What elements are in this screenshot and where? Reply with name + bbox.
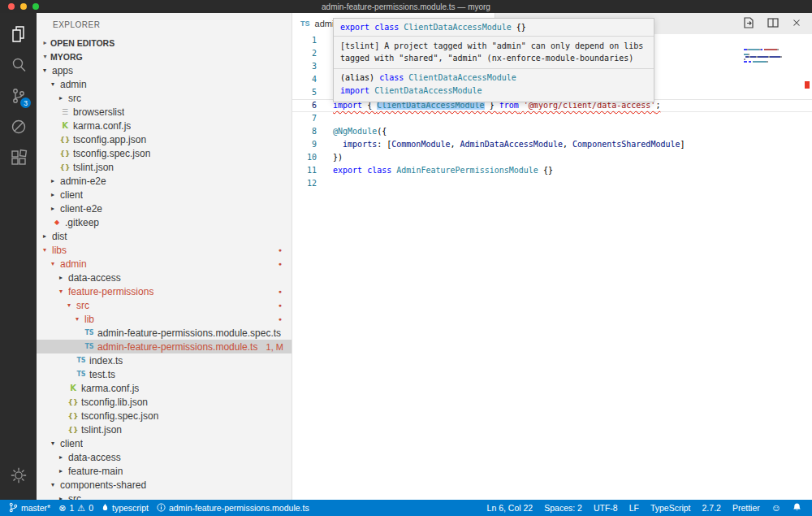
tree-file-browserslist[interactable]: ☰browserslist bbox=[37, 105, 292, 119]
modified-dot: ● bbox=[279, 316, 282, 322]
tree-folder-components-shared[interactable]: ▾components-shared bbox=[37, 478, 292, 492]
tree-folder-src[interactable]: ▾src● bbox=[37, 298, 292, 312]
tree-file-admin-feature-permissions.module.spec.ts[interactable]: TSadmin-feature-permissions.module.spec.… bbox=[37, 326, 292, 340]
tree-file-index.ts[interactable]: TSindex.ts bbox=[37, 353, 292, 367]
open-changes-icon[interactable] bbox=[742, 16, 755, 32]
notifications-button[interactable] bbox=[787, 502, 807, 514]
line-number[interactable]: 1 bbox=[292, 34, 330, 47]
minimap-line bbox=[744, 59, 801, 60]
tree-file-test.ts[interactable]: TStest.ts bbox=[37, 367, 292, 381]
eol-indicator[interactable]: LF bbox=[624, 503, 645, 513]
tree-file-tsconfig.spec.json[interactable]: {}tsconfig.spec.json bbox=[37, 409, 292, 423]
line-number[interactable]: 4 bbox=[292, 73, 330, 86]
code-line-10[interactable]: 10}) bbox=[292, 151, 812, 164]
code-token: ComponentsSharedModule bbox=[572, 140, 680, 149]
tree-folder-dist[interactable]: ▸dist bbox=[37, 229, 292, 243]
karma-file-icon: K bbox=[59, 121, 71, 130]
active-file-status[interactable]: admin-feature-permissions.module.ts bbox=[153, 500, 313, 516]
minimap-token bbox=[753, 61, 767, 63]
explorer-view-button[interactable] bbox=[0, 20, 37, 50]
split-editor-icon[interactable] bbox=[767, 16, 780, 32]
tree-folder-apps[interactable]: ▾apps bbox=[37, 63, 292, 77]
sidebar-title: EXPLORER bbox=[37, 13, 292, 36]
tree-file-tsconfig.app.json[interactable]: {}tsconfig.app.json bbox=[37, 132, 292, 146]
tree-item-label: feature-permissions bbox=[68, 286, 153, 297]
tree-folder-feature-permissions[interactable]: ▾feature-permissions● bbox=[37, 284, 292, 298]
minimap[interactable] bbox=[744, 37, 801, 66]
code-line-7[interactable]: 7 bbox=[292, 112, 812, 125]
feedback-smiley-button[interactable]: ☺ bbox=[766, 502, 787, 514]
tree-item-label: lib bbox=[84, 314, 94, 325]
close-window-button[interactable] bbox=[8, 3, 15, 10]
debug-view-button[interactable] bbox=[0, 112, 37, 143]
tree-folder-data-access[interactable]: ▸data-access bbox=[37, 450, 292, 464]
error-count: 1 bbox=[69, 503, 74, 513]
code-token: (alias) bbox=[340, 73, 379, 82]
tree-file-tslint.json[interactable]: {}tslint.json bbox=[37, 423, 292, 436]
close-icon[interactable] bbox=[791, 17, 802, 31]
minimap-line bbox=[744, 44, 801, 46]
tree-file-admin-feature-permissions.module.ts[interactable]: TSadmin-feature-permissions.module.ts1, … bbox=[37, 340, 292, 353]
status-bar-right: Ln 6, Col 22Spaces: 2UTF-8LFTypeScript2.… bbox=[482, 502, 807, 514]
workspace-section-header[interactable]: ▾ MYORG bbox=[37, 50, 292, 63]
line-number[interactable]: 7 bbox=[292, 112, 330, 125]
tree-folder-admin-e2e[interactable]: ▸admin-e2e bbox=[37, 174, 292, 188]
tree-item-label: admin-feature-permissions.module.spec.ts bbox=[97, 327, 281, 339]
line-number[interactable]: 2 bbox=[292, 47, 330, 60]
tree-folder-data-access[interactable]: ▸data-access bbox=[37, 271, 292, 284]
ts-version-indicator[interactable]: 2.7.2 bbox=[697, 503, 727, 513]
tree-file-karma.conf.js[interactable]: Kkarma.conf.js bbox=[37, 119, 292, 132]
tree-file-tslint.json[interactable]: {}tslint.json bbox=[37, 160, 292, 174]
source-control-view-button[interactable]: 3 bbox=[0, 81, 37, 112]
line-number[interactable]: 10 bbox=[292, 151, 330, 164]
typescript-file-icon: TS bbox=[300, 20, 310, 28]
json-file-icon: {} bbox=[67, 426, 79, 434]
code-line-11[interactable]: 11export class AdminFeaturePermissionsMo… bbox=[292, 164, 812, 177]
settings-button[interactable] bbox=[0, 461, 37, 492]
bell-icon bbox=[793, 502, 801, 514]
tree-file-karma.conf.js[interactable]: Kkarma.conf.js bbox=[37, 381, 292, 395]
tree-folder-client[interactable]: ▸client bbox=[37, 188, 292, 202]
code-line-8[interactable]: 8@NgModule({ bbox=[292, 125, 812, 138]
tree-folder-feature-main[interactable]: ▸feature-main bbox=[37, 464, 292, 478]
git-branch-status[interactable]: master* bbox=[5, 500, 54, 516]
minimize-window-button[interactable] bbox=[20, 3, 27, 10]
tree-folder-libs[interactable]: ▾libs● bbox=[37, 243, 292, 257]
tree-file-tsconfig.spec.json[interactable]: {}tsconfig.spec.json bbox=[37, 146, 292, 160]
indentation-indicator[interactable]: Spaces: 2 bbox=[538, 503, 588, 513]
code-line-12[interactable]: 12 bbox=[292, 177, 812, 190]
code-token: {} bbox=[538, 166, 553, 175]
line-number[interactable]: 8 bbox=[292, 125, 330, 138]
code-token: : [ bbox=[377, 140, 391, 149]
language-indicator[interactable]: TypeScript bbox=[645, 503, 697, 513]
line-number[interactable]: 9 bbox=[292, 138, 330, 151]
tree-folder-admin[interactable]: ▾admin bbox=[37, 77, 292, 91]
hover-lint-message: [tslint] A project tagged with "admin" c… bbox=[334, 37, 654, 68]
tree-folder-lib[interactable]: ▾lib● bbox=[37, 312, 292, 326]
code-editor[interactable]: 123456import { ClientDataAccessModule } … bbox=[292, 34, 812, 500]
open-editors-section-header[interactable]: ▸ OPEN EDITORS bbox=[37, 36, 292, 50]
search-view-button[interactable] bbox=[0, 50, 37, 81]
tree-folder-admin[interactable]: ▾admin● bbox=[37, 257, 292, 271]
tree-folder-src[interactable]: ▸src bbox=[37, 492, 292, 500]
line-col-indicator[interactable]: Ln 6, Col 22 bbox=[482, 503, 539, 513]
problems-status[interactable]: ⊗ 1 ⚠ 0 bbox=[54, 500, 97, 516]
hover-signature: export class ClientDataAccessModule {} bbox=[334, 19, 654, 36]
tree-folder-client-e2e[interactable]: ▸client-e2e bbox=[37, 202, 292, 215]
tree-folder-client[interactable]: ▾client bbox=[37, 436, 292, 450]
encoding-indicator[interactable]: UTF-8 bbox=[588, 503, 624, 513]
typescript-status[interactable]: typescript bbox=[97, 500, 153, 516]
line-number[interactable]: 12 bbox=[292, 177, 330, 190]
formatter-indicator[interactable]: Prettier bbox=[727, 503, 766, 513]
line-number[interactable]: 3 bbox=[292, 60, 330, 73]
tree-file-.gitkeep[interactable]: ◆.gitkeep bbox=[37, 215, 292, 229]
zoom-window-button[interactable] bbox=[32, 3, 39, 10]
line-number[interactable]: 5 bbox=[292, 86, 330, 99]
tree-file-tsconfig.lib.json[interactable]: {}tsconfig.lib.json bbox=[37, 395, 292, 409]
code-line-9[interactable]: 9 imports: [CommonModule, AdminDataAcces… bbox=[292, 138, 812, 151]
line-number[interactable]: 11 bbox=[292, 164, 330, 177]
line-number[interactable]: 6 bbox=[292, 99, 330, 112]
tree-folder-src[interactable]: ▸src bbox=[37, 91, 292, 105]
chevron-down-icon: ▾ bbox=[59, 288, 68, 295]
extensions-view-button[interactable] bbox=[0, 143, 37, 174]
